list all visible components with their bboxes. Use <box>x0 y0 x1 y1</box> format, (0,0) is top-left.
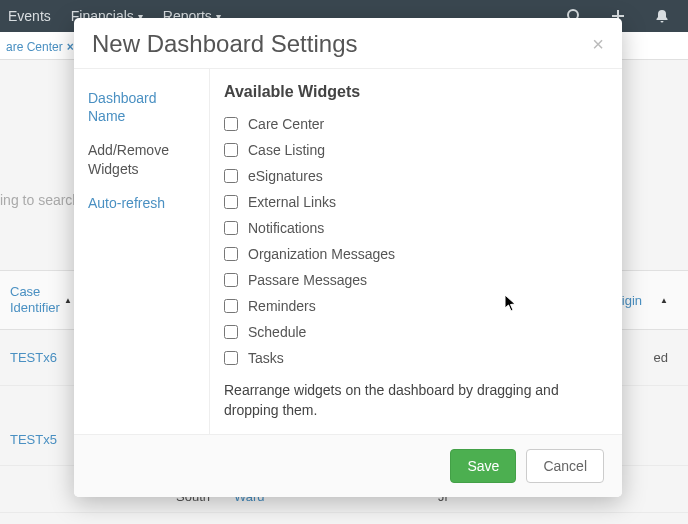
widget-label: eSignatures <box>248 168 323 184</box>
dashboard-settings-modal: New Dashboard Settings × Dashboard Name … <box>74 18 622 497</box>
table-row[interactable]: TESTx1 At-Need Jessie Mr. Bob Bob Cremat… <box>0 512 688 524</box>
sidebar-item-dashboard-name[interactable]: Dashboard Name <box>74 81 209 133</box>
checkbox[interactable] <box>224 299 238 313</box>
save-button[interactable]: Save <box>450 449 516 483</box>
checkbox[interactable] <box>224 117 238 131</box>
widget-label: Care Center <box>248 116 324 132</box>
widget-option-esignatures[interactable]: eSignatures <box>224 163 604 189</box>
close-icon[interactable]: × <box>592 34 604 54</box>
modal-main: Available Widgets Care Center Case Listi… <box>210 69 622 434</box>
widget-label: Passare Messages <box>248 272 367 288</box>
nav-events[interactable]: Events <box>8 8 51 24</box>
checkbox[interactable] <box>224 325 238 339</box>
modal-footer: Save Cancel <box>74 435 622 497</box>
sidebar-item-auto-refresh[interactable]: Auto-refresh <box>74 186 209 220</box>
checkbox[interactable] <box>224 273 238 287</box>
search-input-fragment[interactable]: ing to search <box>0 192 80 208</box>
sort-asc-icon: ▲ <box>64 296 72 305</box>
widget-option-external-links[interactable]: External Links <box>224 189 604 215</box>
sort-asc-icon: ▲ <box>660 296 668 305</box>
widget-option-schedule[interactable]: Schedule <box>224 319 604 345</box>
checkbox[interactable] <box>224 169 238 183</box>
bell-icon[interactable] <box>654 8 670 24</box>
widget-option-passare-messages[interactable]: Passare Messages <box>224 267 604 293</box>
modal-sidebar: Dashboard Name Add/Remove Widgets Auto-r… <box>74 69 210 434</box>
available-widgets-title: Available Widgets <box>224 83 604 101</box>
checkbox[interactable] <box>224 247 238 261</box>
modal-body: Dashboard Name Add/Remove Widgets Auto-r… <box>74 68 622 435</box>
filter-tag[interactable]: are Center × <box>0 32 80 62</box>
cancel-button[interactable]: Cancel <box>526 449 604 483</box>
widget-label: Organization Messages <box>248 246 395 262</box>
close-icon[interactable]: × <box>67 40 74 54</box>
case-id-link[interactable]: TESTx5 <box>10 432 57 447</box>
checkbox[interactable] <box>224 195 238 209</box>
case-id-link[interactable]: TESTx6 <box>10 350 57 365</box>
help-text: Rearrange widgets on the dashboard by dr… <box>224 381 604 420</box>
widget-option-care-center[interactable]: Care Center <box>224 111 604 137</box>
widget-option-case-listing[interactable]: Case Listing <box>224 137 604 163</box>
checkbox[interactable] <box>224 351 238 365</box>
cell-fragment: ed <box>654 350 668 365</box>
widget-option-notifications[interactable]: Notifications <box>224 215 604 241</box>
col-case-identifier[interactable]: Case Identifier <box>10 284 60 315</box>
widget-label: Reminders <box>248 298 316 314</box>
modal-header: New Dashboard Settings × <box>74 18 622 68</box>
widget-label: External Links <box>248 194 336 210</box>
widget-option-tasks[interactable]: Tasks <box>224 345 604 371</box>
widget-label: Notifications <box>248 220 324 236</box>
widget-option-organization-messages[interactable]: Organization Messages <box>224 241 604 267</box>
widget-label: Case Listing <box>248 142 325 158</box>
widget-label: Schedule <box>248 324 306 340</box>
checkbox[interactable] <box>224 143 238 157</box>
sidebar-item-add-remove-widgets[interactable]: Add/Remove Widgets <box>74 133 209 185</box>
widget-option-reminders[interactable]: Reminders <box>224 293 604 319</box>
modal-title: New Dashboard Settings <box>92 30 357 58</box>
checkbox[interactable] <box>224 221 238 235</box>
filter-tag-label: are Center <box>6 40 63 54</box>
widget-label: Tasks <box>248 350 284 366</box>
